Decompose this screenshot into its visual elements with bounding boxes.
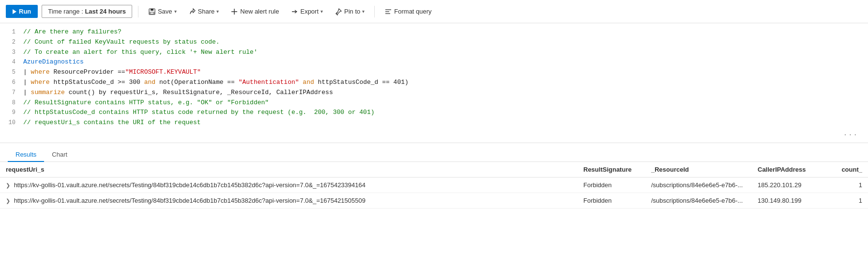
- code-ellipsis: ...: [0, 128, 868, 139]
- cell-ip: 185.220.101.29: [752, 177, 829, 193]
- run-button[interactable]: Run: [6, 5, 38, 18]
- time-range-value: Last 24 hours: [85, 8, 126, 15]
- plus-icon: [230, 8, 238, 16]
- export-icon: [290, 8, 298, 16]
- tab-chart[interactable]: Chart: [44, 147, 75, 162]
- share-button[interactable]: Share ▾: [184, 5, 223, 18]
- save-button[interactable]: Save ▾: [144, 5, 181, 18]
- results-table: requestUri_s ResultSignature _ResourceId…: [0, 162, 868, 209]
- cell-resource: /subscriptions/84e6e6e5-e7b6-...: [645, 193, 752, 209]
- cell-resource: /subscriptions/84e6e6e5-e7b6-...: [645, 177, 752, 193]
- col-header-uri: requestUri_s: [0, 162, 578, 177]
- save-label: Save: [158, 8, 172, 15]
- play-icon: [13, 9, 16, 14]
- svg-rect-2: [150, 12, 154, 14]
- format-query-button[interactable]: Format query: [381, 5, 435, 18]
- format-icon: [384, 8, 392, 16]
- code-editor[interactable]: 1 // Are there any failures? 2 // Count …: [0, 23, 868, 143]
- save-icon: [148, 8, 156, 16]
- pin-icon: [335, 8, 342, 16]
- share-label: Share: [198, 8, 215, 15]
- pin-to-label: Pin to: [344, 8, 360, 15]
- cell-result: Forbidden: [578, 177, 645, 193]
- code-line-6: 6 | where httpStatusCode_d >= 300 and no…: [0, 78, 868, 88]
- code-line-2: 2 // Count of failed KeyVault requests b…: [0, 37, 868, 48]
- format-query-label: Format query: [394, 8, 431, 15]
- code-line-5: 5 | where ResourceProvider =="MICROSOFT.…: [0, 67, 868, 78]
- pin-to-button[interactable]: Pin to ▾: [331, 5, 368, 18]
- code-line-4: 4 AzureDiagnostics: [0, 57, 868, 67]
- cell-result: Forbidden: [578, 193, 645, 209]
- export-button[interactable]: Export ▾: [287, 5, 327, 18]
- share-icon: [188, 8, 196, 16]
- tab-results[interactable]: Results: [8, 147, 44, 162]
- code-line-7: 7 | summarize count() by requestUri_s, R…: [0, 88, 868, 98]
- code-line-9: 9 // httpStatusCode_d contains HTTP stat…: [0, 108, 868, 118]
- col-header-resource: _ResourceId: [645, 162, 752, 177]
- code-line-1: 1 // Are there any failures?: [0, 27, 868, 37]
- export-chevron: ▾: [320, 9, 323, 14]
- tabs-bar: Results Chart: [0, 147, 868, 162]
- cell-uri: ❯ https://kv-gollis-01.vault.azure.net/s…: [0, 177, 578, 193]
- cell-uri: ❯ https://kv-gollis-01.vault.azure.net/s…: [0, 193, 578, 209]
- new-alert-button[interactable]: New alert rule: [227, 5, 283, 18]
- time-range-button[interactable]: Time range : Last 24 hours: [42, 5, 132, 18]
- new-alert-label: New alert rule: [240, 8, 279, 15]
- code-line-3: 3 // To create an alert for this query, …: [0, 48, 868, 58]
- cell-count: 1: [829, 177, 868, 193]
- toolbar: Run Time range : Last 24 hours Save ▾ Sh…: [0, 0, 868, 23]
- save-chevron: ▾: [174, 9, 177, 14]
- table-header-row: requestUri_s ResultSignature _ResourceId…: [0, 162, 868, 177]
- expand-icon[interactable]: ❯: [6, 198, 10, 204]
- results-area: requestUri_s ResultSignature _ResourceId…: [0, 162, 868, 209]
- cell-ip: 130.149.80.199: [752, 193, 829, 209]
- code-line-8: 8 // ResultSignature contains HTTP statu…: [0, 98, 868, 108]
- pin-to-chevron: ▾: [362, 9, 365, 14]
- share-chevron: ▾: [216, 9, 219, 14]
- cell-count: 1: [829, 193, 868, 209]
- col-header-ip: CallerIPAddress: [752, 162, 829, 177]
- time-range-prefix: Time range :: [48, 8, 85, 15]
- table-row: ❯ https://kv-gollis-01.vault.azure.net/s…: [0, 177, 868, 193]
- separator-1: [138, 6, 138, 17]
- export-label: Export: [300, 8, 319, 15]
- svg-rect-1: [151, 9, 153, 11]
- separator-2: [374, 6, 375, 17]
- col-header-result: ResultSignature: [578, 162, 645, 177]
- code-line-10: 10 // requestUri_s contains the URI of t…: [0, 118, 868, 128]
- col-header-count: count_: [829, 162, 868, 177]
- expand-icon[interactable]: ❯: [6, 182, 10, 188]
- run-label: Run: [19, 8, 31, 15]
- table-row: ❯ https://kv-gollis-01.vault.azure.net/s…: [0, 193, 868, 209]
